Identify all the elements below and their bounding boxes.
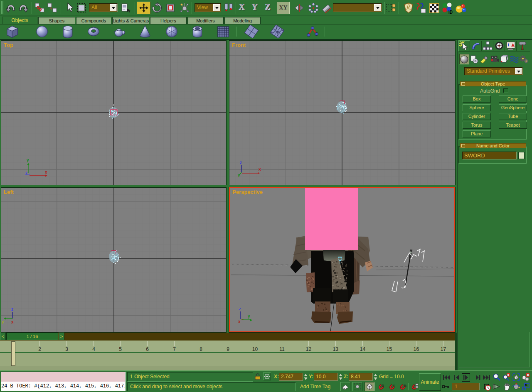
svg-text:z: z xyxy=(11,307,13,311)
svg-text:3: 3 xyxy=(382,384,384,387)
svg-text:y: y xyxy=(238,173,240,177)
svg-text:y: y xyxy=(27,158,29,162)
svg-text:z: z xyxy=(240,160,242,165)
svg-text:x: x xyxy=(45,170,47,174)
svg-text:y: y xyxy=(2,320,4,324)
svg-text:ID: ID xyxy=(448,10,453,14)
svg-text:%: % xyxy=(404,384,406,387)
svg-text:x: x xyxy=(11,320,14,324)
svg-text:z: z xyxy=(25,171,27,175)
svg-text:4: 4 xyxy=(393,384,395,387)
svg-text:x: x xyxy=(238,319,241,324)
svg-text:y: y xyxy=(248,314,250,318)
svg-text:x: x xyxy=(259,167,261,172)
svg-text:z: z xyxy=(239,306,241,311)
